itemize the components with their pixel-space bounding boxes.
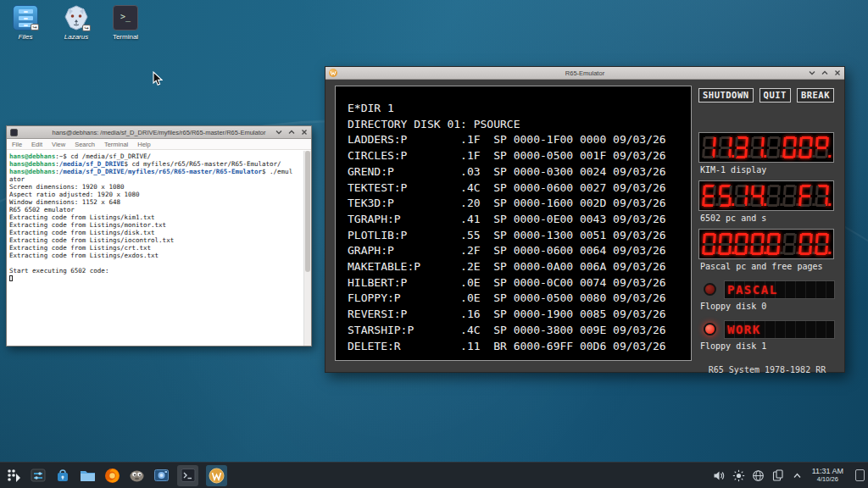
menu-file[interactable]: File [12, 141, 22, 148]
shortcut-arrow-icon: ↪ [82, 25, 91, 31]
floppy-disk-name-display: PASCAL [724, 280, 835, 299]
minimize-icon[interactable] [275, 129, 282, 136]
minimize-icon[interactable] [809, 69, 815, 76]
clock[interactable]: 11:31 AM 4/10/26 [810, 468, 845, 483]
maximize-icon[interactable] [821, 69, 828, 76]
mouse-cursor [153, 71, 163, 86]
lazarus-cheetah-icon: ↪ [64, 5, 89, 30]
seven-segment-display [698, 180, 834, 211]
emulator-side-panel: SHUTDOWN QUIT BREAK KIM-1 display 6502 p… [698, 86, 836, 367]
system-footer-text: R65 System 1978-1982 RR [698, 365, 836, 374]
terminal-output[interactable]: hans@debhans:~$ cd /media/sf_D_DRIVE/han… [7, 151, 303, 346]
file-cabinet-icon: ↪ [13, 5, 38, 30]
menu-terminal[interactable]: Terminal [104, 141, 128, 148]
display-label: 6502 pc and s [700, 214, 766, 223]
desktop-icon-terminal[interactable]: >_ Terminal [102, 5, 149, 41]
terminal-menubar: File Edit View Search Terminal Help [7, 139, 311, 150]
floppy-label: Floppy disk 1 [700, 341, 766, 351]
maximize-icon[interactable] [288, 129, 295, 136]
floppy-disk-name-display: WORK [724, 320, 835, 339]
desktop-icon-label: Files [2, 33, 49, 41]
terminal-window-title: hans@debhans: /media/sf_D_DRIVE/myfiles/… [7, 129, 311, 136]
seven-segment-display [698, 132, 834, 163]
scrollbar-thumb[interactable] [305, 151, 310, 272]
desktop-icon-label: Terminal [102, 33, 149, 41]
clock-date: 4/10/26 [812, 476, 843, 483]
clipboard-icon[interactable] [771, 469, 784, 482]
desktop-icon-lazarus[interactable]: ↪ Lazarus [53, 5, 100, 41]
display-label: KIM-1 display [700, 165, 766, 175]
file-manager-icon[interactable] [79, 467, 96, 484]
show-desktop-button[interactable] [855, 469, 865, 481]
desktop: ↪ Files ↪ Lazarus >_ Terminal hans@debha… [0, 0, 868, 488]
break-button[interactable]: BREAK [797, 88, 834, 103]
floppy-label: Floppy disk 0 [700, 302, 766, 311]
gimp-icon[interactable] [128, 467, 145, 484]
floppy-drive-1: WORK Floppy disk 1 [698, 320, 836, 341]
menu-help[interactable]: Help [137, 141, 150, 148]
emulator-titlebar[interactable]: R65-Emulator [326, 67, 844, 80]
floppy-led [704, 323, 716, 336]
network-icon[interactable] [752, 469, 765, 482]
taskbar-task-r65-emulator[interactable] [206, 465, 227, 486]
brightness-icon[interactable] [732, 469, 745, 482]
terminal-window: hans@debhans: /media/sf_D_DRIVE/myfiles/… [6, 125, 312, 347]
volume-icon[interactable] [713, 469, 726, 482]
taskbar: 11:31 AM 4/10/26 [0, 462, 868, 488]
display-label: Pascal pc and free pages [700, 262, 823, 271]
screenshot-tool-icon[interactable] [153, 467, 170, 484]
menu-view[interactable]: View [52, 141, 65, 148]
terminal-scrollbar[interactable] [303, 151, 311, 346]
terminal-icon: >_ [113, 5, 138, 30]
settings-sliders-icon[interactable] [30, 467, 47, 484]
close-icon[interactable] [301, 129, 308, 136]
application-launcher-icon[interactable] [5, 467, 22, 484]
shortcut-arrow-icon: ↪ [31, 24, 39, 30]
floppy-led [704, 283, 716, 296]
desktop-icon-label: Lazarus [53, 33, 100, 41]
firefox-icon[interactable] [103, 467, 120, 484]
floppy-drive-0: PASCAL Floppy disk 0 [698, 280, 836, 301]
emulator-console[interactable]: E*DIR 1DIRECTORY DISK 01: PSOURCELADDERS… [335, 86, 692, 361]
tray-expander-icon[interactable] [791, 469, 804, 482]
menu-edit[interactable]: Edit [31, 141, 42, 148]
taskbar-task-terminal[interactable] [177, 465, 198, 486]
close-icon[interactable] [834, 69, 841, 76]
quit-button[interactable]: QUIT [760, 88, 791, 103]
shutdown-button[interactable]: SHUTDOWN [698, 88, 754, 103]
desktop-icon-files[interactable]: ↪ Files [2, 5, 49, 41]
seven-segment-display [698, 229, 834, 259]
emulator-window: R65-Emulator E*DIR 1DIRECTORY DISK 01: P… [325, 66, 845, 373]
emulator-window-title: R65-Emulator [326, 69, 844, 77]
discover-icon[interactable] [54, 467, 71, 484]
terminal-titlebar[interactable]: hans@debhans: /media/sf_D_DRIVE/myfiles/… [7, 126, 311, 139]
menu-search[interactable]: Search [75, 141, 95, 148]
